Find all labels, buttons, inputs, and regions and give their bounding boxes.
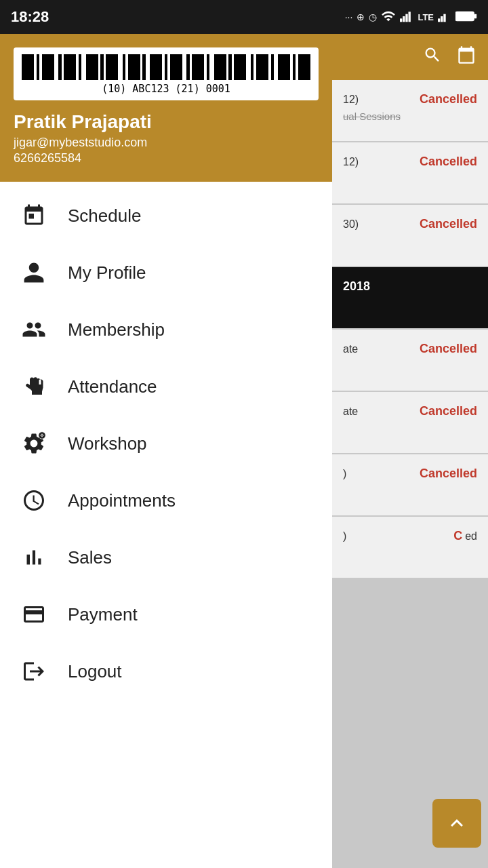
gear-icon (19, 429, 49, 458)
barcode-text: (10) ABC123 (21) 0001 (102, 83, 230, 95)
card-2-suffix: 12) (343, 156, 359, 168)
right-topbar (332, 34, 488, 80)
sidebar-item-label-logout: Logout (68, 661, 122, 682)
card-8-status: C (453, 529, 462, 543)
svg-rect-6 (443, 14, 445, 22)
content-card-2: 12) Cancelled (332, 142, 488, 203)
battery-icon (455, 10, 477, 24)
person-icon (19, 258, 49, 288)
content-card-5: ate Cancelled (332, 330, 488, 391)
svg-rect-5 (441, 16, 443, 22)
sidebar-item-label-attendance: Attendance (68, 376, 157, 397)
user-email: jigar@mybeststudio.com (14, 136, 319, 150)
group-icon (19, 315, 49, 344)
sidebar-item-payment[interactable]: Payment (0, 586, 332, 643)
scroll-up-button[interactable] (432, 799, 481, 848)
clock-icon (19, 486, 49, 515)
content-card-6: ate Cancelled (332, 392, 488, 453)
drawer-header: (10) ABC123 (21) 0001 Pratik Prajapati j… (0, 34, 332, 182)
card-8-suffix: ) (343, 530, 346, 542)
logout-icon (19, 656, 49, 686)
sidebar-item-schedule[interactable]: Schedule (0, 187, 332, 244)
signal-bars-icon (400, 10, 413, 24)
user-phone: 6266265584 (14, 151, 319, 165)
sidebar-item-my-profile[interactable]: My Profile (0, 244, 332, 301)
sidebar-item-label-sales: Sales (68, 547, 112, 568)
sidebar-item-logout[interactable]: Logout (0, 643, 332, 700)
content-card-8: ) C ed (332, 517, 488, 578)
chart-icon (19, 542, 49, 572)
content-card-1: 12) Cancelled ual Sessions (332, 80, 488, 141)
card-5-suffix: ate (343, 343, 358, 355)
nav-menu: Schedule My Profile Membership (0, 182, 332, 868)
svg-rect-7 (455, 12, 474, 20)
status-bar: 18:28 ··· ⊕ ◷ LTE (0, 0, 488, 34)
user-name: Pratik Prajapati (14, 111, 319, 133)
card-1-sub: ual Sessions (343, 111, 401, 122)
status-icons: ··· ⊕ ◷ LTE (345, 10, 477, 24)
main-container: (10) ABC123 (21) 0001 Pratik Prajapati j… (0, 34, 488, 868)
status-time: 18:28 (11, 8, 49, 26)
card-3-status: Cancelled (420, 217, 477, 231)
card-1-suffix: 12) (343, 94, 359, 106)
card-7-status: Cancelled (420, 467, 477, 481)
svg-rect-0 (400, 18, 402, 22)
sidebar-item-appointments[interactable]: Appointments (0, 472, 332, 529)
sidebar-item-membership[interactable]: Membership (0, 301, 332, 358)
right-panel: 12) Cancelled ual Sessions 12) Cancelled… (332, 34, 488, 868)
calendar-topbar-icon[interactable] (455, 45, 477, 69)
card-5-status: Cancelled (420, 342, 477, 356)
sidebar-item-label-appointments: Appointments (68, 490, 176, 511)
sidebar-item-sales[interactable]: Sales (0, 529, 332, 586)
search-icon[interactable] (423, 45, 442, 69)
content-card-4: 2018 (332, 267, 488, 328)
sidebar-item-label-membership: Membership (68, 319, 165, 340)
svg-rect-3 (409, 12, 411, 22)
payment-icon (19, 599, 49, 629)
card-4-suffix: 2018 (343, 279, 370, 294)
drawer: (10) ABC123 (21) 0001 Pratik Prajapati j… (0, 34, 332, 868)
lte-icon: LTE (418, 12, 434, 22)
content-card-7: ) Cancelled (332, 454, 488, 515)
svg-rect-2 (406, 14, 408, 22)
right-content: 12) Cancelled ual Sessions 12) Cancelled… (332, 80, 488, 578)
signal2-icon (438, 10, 451, 24)
sidebar-item-label-workshop: Workshop (68, 433, 147, 454)
svg-rect-1 (403, 16, 405, 22)
svg-point-9 (39, 432, 46, 439)
sidebar-item-workshop[interactable]: Workshop (0, 415, 332, 472)
card-6-suffix: ate (343, 406, 358, 418)
svg-rect-8 (474, 14, 476, 18)
sidebar-item-label-my-profile: My Profile (68, 262, 146, 283)
alarm-icon: ◷ (369, 12, 377, 22)
card-2-status: Cancelled (420, 155, 477, 169)
card-7-suffix: ) (343, 468, 346, 480)
content-card-3: 30) Cancelled (332, 205, 488, 266)
card-1-status: Cancelled (420, 92, 477, 106)
sidebar-item-attendance[interactable]: Attendance (0, 358, 332, 415)
location-icon: ⊕ (357, 12, 365, 22)
card-8-sub: ed (465, 530, 477, 542)
sidebar-item-label-schedule: Schedule (68, 205, 141, 226)
calendar-icon (19, 201, 49, 231)
barcode: (10) ABC123 (21) 0001 (22, 54, 310, 95)
barcode-container: (10) ABC123 (21) 0001 (14, 47, 319, 100)
barcode-bars (22, 54, 310, 80)
card-3-suffix: 30) (343, 218, 359, 231)
wifi-icon (381, 10, 396, 24)
sidebar-item-label-payment: Payment (68, 604, 138, 625)
signal-dots-icon: ··· (345, 12, 353, 22)
card-6-status: Cancelled (420, 404, 477, 418)
svg-rect-4 (438, 18, 440, 22)
hand-icon (19, 372, 49, 401)
